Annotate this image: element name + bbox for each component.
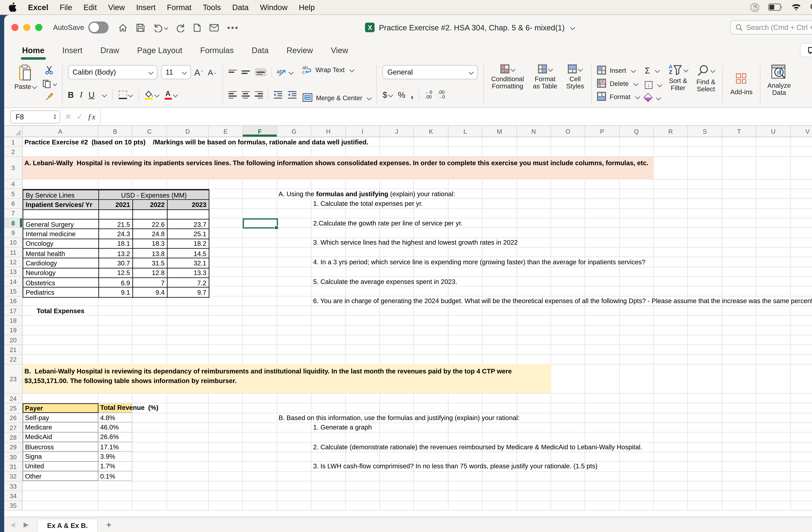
cell-N17[interactable] [517, 306, 551, 316]
cell-S29[interactable] [688, 442, 722, 452]
row-header-19[interactable]: 19 [4, 326, 23, 335]
mail-icon[interactable] [209, 24, 219, 31]
cell-J15[interactable] [380, 287, 414, 296]
enter-icon[interactable]: ✓ [76, 112, 83, 121]
cell-M11[interactable] [483, 247, 517, 257]
question-a1[interactable]: 1. Calculate the total expenses per yr. [313, 199, 423, 209]
cell-S9[interactable] [688, 228, 722, 238]
cell-P33[interactable] [585, 481, 620, 491]
conditional-formatting-button[interactable]: ConditionalFormatting [489, 63, 526, 105]
cell-U18[interactable] [756, 316, 791, 326]
cell-Q35[interactable] [620, 501, 654, 511]
column-header-V[interactable]: V [791, 126, 812, 137]
question-b3[interactable]: 3. Is LWH cash-flow comprimised? In no l… [313, 461, 597, 471]
cell-M17[interactable] [483, 306, 517, 316]
cell-T15[interactable] [722, 287, 756, 296]
cell-K35[interactable] [414, 501, 448, 511]
cell-K22[interactable] [414, 355, 448, 364]
cell-D33[interactable] [167, 481, 209, 491]
cell-Q11[interactable] [620, 247, 654, 257]
cell-I4[interactable] [346, 179, 380, 189]
cell-I25[interactable] [346, 403, 380, 413]
menu-excel[interactable]: Excel [28, 3, 48, 12]
cell-N18[interactable] [517, 316, 551, 326]
cell-O8[interactable] [551, 218, 585, 228]
cell-Q7[interactable] [620, 209, 654, 218]
cell-F9[interactable] [243, 228, 277, 238]
cell-P1[interactable] [585, 137, 620, 147]
cell-M18[interactable] [483, 316, 517, 326]
cell-S14[interactable] [688, 277, 722, 287]
cell-D24[interactable] [167, 394, 209, 403]
cell-N27[interactable] [517, 423, 551, 433]
cell-U13[interactable] [756, 267, 791, 277]
cell-P17[interactable] [585, 306, 620, 316]
column-header-O[interactable]: O [551, 126, 585, 137]
cell-K33[interactable] [414, 481, 448, 491]
cell-F33[interactable] [243, 481, 277, 491]
cell-G25[interactable] [277, 403, 311, 413]
cell-S13[interactable] [688, 267, 722, 277]
cell-R32[interactable] [654, 472, 688, 481]
cell-R28[interactable] [654, 433, 688, 443]
close-window-button[interactable] [11, 24, 18, 31]
cell-T8[interactable] [722, 218, 756, 228]
cell-T11[interactable] [722, 247, 756, 257]
cell-H30[interactable] [311, 452, 346, 462]
cell-L22[interactable] [448, 355, 483, 364]
row-header-26[interactable]: 26 [4, 413, 23, 423]
cell-M19[interactable] [483, 326, 517, 335]
cell-M4[interactable] [483, 179, 517, 189]
cell-F11[interactable] [243, 247, 277, 257]
total-revenue-header[interactable]: Total Revenue (%) [98, 403, 132, 413]
cell-O33[interactable] [551, 481, 585, 491]
cell-R3[interactable] [654, 157, 688, 179]
cell-R13[interactable] [654, 267, 688, 277]
cell-N10[interactable] [517, 238, 551, 247]
cell-L18[interactable] [448, 316, 483, 326]
cell-S3[interactable] [688, 157, 722, 179]
cell-H15[interactable] [311, 287, 346, 296]
row-header-23[interactable]: 23 [4, 364, 23, 394]
cell-K1[interactable] [414, 137, 448, 147]
cell-T34[interactable] [722, 491, 756, 501]
cell-G16[interactable] [277, 296, 311, 306]
cell-G20[interactable] [277, 335, 311, 345]
cell-E27[interactable] [209, 423, 243, 433]
row-header-17[interactable]: 17 [4, 306, 23, 316]
row-header-22[interactable]: 22 [4, 355, 23, 364]
tab-formulas[interactable]: Formulas [199, 42, 235, 58]
cell-T28[interactable] [722, 433, 756, 443]
cell-T21[interactable] [722, 345, 756, 355]
cell-U29[interactable] [756, 442, 791, 452]
cell-N24[interactable] [517, 394, 551, 403]
cell-J17[interactable] [380, 306, 414, 316]
cell-M15[interactable] [483, 287, 517, 296]
cell-H25[interactable] [311, 403, 346, 413]
cell-O35[interactable] [551, 501, 585, 511]
cell-I2[interactable] [346, 147, 380, 157]
cell-J9[interactable] [380, 228, 414, 238]
cell-A19[interactable] [23, 326, 98, 335]
cell-C16[interactable] [132, 296, 167, 306]
cell-S18[interactable] [688, 316, 722, 326]
cell-R7[interactable] [654, 209, 688, 218]
cell-M20[interactable] [483, 335, 517, 345]
cell-S12[interactable] [688, 257, 722, 267]
cell-C28[interactable] [132, 433, 167, 443]
cell-V4[interactable] [791, 179, 812, 189]
cell-T33[interactable] [722, 481, 756, 491]
cell-Q20[interactable] [620, 335, 654, 345]
column-header-J[interactable]: J [380, 126, 414, 137]
cell-S23[interactable] [688, 364, 722, 394]
cell-Q14[interactable] [620, 277, 654, 287]
cell-R4[interactable] [654, 179, 688, 189]
cell-N13[interactable] [517, 267, 551, 277]
row-header-6[interactable]: 6 [4, 199, 23, 209]
cell-V21[interactable] [791, 345, 812, 355]
fill-color-button[interactable] [145, 90, 158, 99]
cell-I9[interactable] [346, 228, 380, 238]
cell-G34[interactable] [277, 491, 311, 501]
menu-help[interactable]: Help [299, 3, 315, 12]
cell-R21[interactable] [654, 345, 688, 355]
